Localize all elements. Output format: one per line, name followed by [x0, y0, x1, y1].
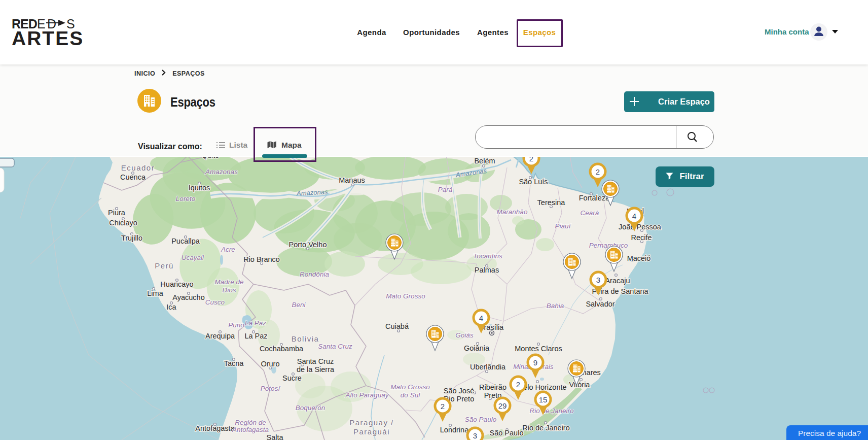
svg-text:Potosí: Potosí: [261, 385, 281, 392]
svg-text:Cuenca: Cuenca: [120, 173, 146, 181]
svg-text:Piauí: Piauí: [555, 222, 571, 230]
svg-text:Ecuador: Ecuador: [121, 163, 155, 172]
svg-text:Santa Cruz: Santa Cruz: [318, 343, 352, 350]
svg-text:Sucre: Sucre: [282, 374, 302, 382]
svg-text:Aracaju: Aracaju: [605, 277, 630, 285]
svg-text:2: 2: [529, 157, 533, 163]
svg-text:de la Sierra: de la Sierra: [297, 365, 335, 374]
svg-text:Mato Grosso: Mato Grosso: [386, 292, 425, 300]
svg-text:Antofagasta: Antofagasta: [232, 426, 269, 433]
svg-text:3: 3: [596, 276, 600, 284]
svg-text:Cochabamba: Cochabamba: [260, 345, 304, 353]
svg-text:Región de: Región de: [235, 419, 266, 426]
svg-text:Vitória: Vitória: [569, 381, 591, 389]
svg-text:do Sul: do Sul: [401, 391, 420, 399]
svg-text:São Luís: São Luís: [519, 178, 548, 186]
svg-text:Tocantins: Tocantins: [473, 252, 502, 260]
svg-text:Ica: Ica: [166, 303, 176, 311]
svg-text:Ayacucho: Ayacucho: [172, 293, 204, 301]
svg-text:Rio de Janeiro: Rio de Janeiro: [529, 407, 574, 415]
svg-text:Manaus: Manaus: [339, 176, 365, 184]
svg-text:Montes Claros: Montes Claros: [515, 345, 562, 353]
svg-text:Lima: Lima: [147, 289, 163, 297]
svg-text:Arequipa: Arequipa: [205, 332, 235, 340]
svg-text:Teresina: Teresina: [537, 198, 566, 207]
svg-text:29: 29: [498, 401, 507, 410]
svg-text:Alto Paraguay: Alto Paraguay: [345, 391, 389, 399]
svg-text:4: 4: [479, 314, 483, 322]
svg-text:15: 15: [539, 395, 548, 404]
svg-text:Huancayo: Huancayo: [160, 280, 193, 288]
svg-text:Cusco: Cusco: [205, 298, 225, 306]
svg-text:João Pessoa: João Pessoa: [619, 223, 662, 231]
svg-text:Puno: Puno: [228, 321, 244, 329]
svg-text:Maceió: Maceió: [627, 254, 651, 262]
svg-text:Loreto: Loreto: [176, 195, 196, 202]
svg-text:Amazonas: Amazonas: [205, 168, 238, 176]
svg-text:Uberlândia: Uberlândia: [470, 363, 506, 371]
svg-text:Oruro: Oruro: [261, 360, 279, 368]
svg-text:La Paz: La Paz: [244, 332, 267, 340]
svg-text:Mato Grosso: Mato Grosso: [390, 383, 430, 391]
svg-text:Recife: Recife: [631, 233, 652, 242]
svg-text:Palmas: Palmas: [475, 266, 499, 274]
svg-text:Belém: Belém: [474, 157, 495, 165]
svg-text:Pará: Pará: [438, 186, 453, 193]
svg-text:Porto Velho: Porto Velho: [289, 241, 327, 249]
svg-text:Acre: Acre: [221, 246, 235, 253]
svg-text:Dios: Dios: [222, 286, 236, 294]
svg-text:São José: São José: [444, 387, 474, 395]
svg-text:Salvador: Salvador: [586, 300, 614, 308]
svg-text:3: 3: [473, 431, 477, 440]
svg-text:São Paulo: São Paulo: [465, 416, 497, 423]
svg-text:Rio de Janeiro: Rio de Janeiro: [522, 424, 570, 432]
svg-text:Trujillo: Trujillo: [121, 234, 142, 242]
svg-text:Ribeirão: Ribeirão: [479, 383, 507, 391]
svg-text:Ucayali: Ucayali: [182, 254, 204, 261]
svg-text:La Paz: La Paz: [245, 319, 266, 327]
svg-text:Iquitos: Iquitos: [189, 184, 210, 192]
svg-text:4: 4: [632, 212, 636, 220]
svg-text:Londrina: Londrina: [440, 426, 469, 434]
svg-text:2: 2: [596, 167, 600, 176]
svg-text:2: 2: [516, 380, 520, 389]
svg-text:Pucallpa: Pucallpa: [171, 237, 200, 245]
svg-text:Bahia: Bahia: [547, 302, 564, 310]
svg-text:Antofagasta: Antofagasta: [195, 424, 235, 432]
svg-text:Chiclayo: Chiclayo: [109, 219, 137, 227]
svg-text:Bolivia: Bolivia: [292, 334, 319, 343]
svg-text:Beni: Beni: [292, 301, 306, 309]
svg-text:Perú: Perú: [155, 261, 174, 270]
svg-text:ARTES: ARTES: [12, 27, 84, 48]
svg-text:Goiás: Goiás: [455, 331, 474, 339]
svg-text:Tacna: Tacna: [224, 359, 244, 367]
svg-text:Boquerón: Boquerón: [296, 404, 326, 412]
svg-text:Quito: Quito: [202, 157, 220, 159]
svg-text:Maranhão: Maranhão: [497, 208, 528, 216]
svg-text:Ceará: Ceará: [581, 209, 599, 217]
svg-text:2: 2: [441, 402, 445, 411]
svg-text:Piura: Piura: [108, 209, 126, 217]
svg-text:Paraguay /: Paraguay /: [349, 418, 394, 427]
svg-text:Goiânia: Goiânia: [464, 344, 490, 352]
svg-text:Madre de: Madre de: [214, 278, 243, 286]
svg-text:9: 9: [533, 358, 537, 367]
svg-text:Rio Branco: Rio Branco: [243, 255, 280, 263]
svg-text:Rondônia: Rondônia: [300, 270, 329, 278]
svg-text:Santa Cruz: Santa Cruz: [297, 357, 334, 365]
svg-text:Cuiabá: Cuiabá: [385, 322, 409, 330]
svg-text:São Paulo: São Paulo: [490, 429, 524, 437]
svg-text:Paraguái: Paraguái: [353, 427, 390, 436]
svg-text:Salta: Salta: [266, 433, 283, 440]
